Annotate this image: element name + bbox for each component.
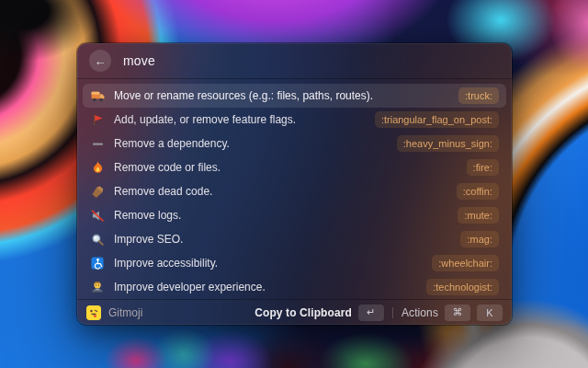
list-item-label: Remove a dependency.: [114, 137, 230, 150]
command-key-icon[interactable]: ⌘: [445, 305, 470, 321]
gitmoji-code-badge: :mute:: [458, 207, 499, 224]
list-item-seo[interactable]: Improve SEO. :mag:: [83, 227, 506, 251]
list-item-label: Remove logs.: [114, 209, 181, 222]
search-bar[interactable]: ← move: [77, 43, 512, 79]
list-item-minus[interactable]: Remove a dependency. :heavy_minus_sign:: [83, 132, 506, 155]
k-key[interactable]: K: [477, 305, 503, 321]
technologist-icon: [90, 281, 105, 294]
back-button[interactable]: ←: [89, 50, 111, 72]
list-item-flag[interactable]: Add, update, or remove feature flags. :t…: [83, 108, 506, 132]
return-key-icon[interactable]: ↵: [358, 305, 384, 321]
list-item-label: Improve accessibility.: [114, 257, 218, 270]
list-item-dev-experience[interactable]: Improve developer experience. :technolog…: [83, 275, 506, 299]
list-item-fire[interactable]: Remove code or files. :fire:: [83, 155, 506, 179]
list-item-label: Improve SEO.: [114, 233, 183, 246]
triangular-flag-icon: [90, 113, 105, 127]
extension-name: Gitmoji: [108, 306, 142, 319]
mute-icon: [90, 209, 105, 223]
results-list: Move or rename resources (e.g.: files, p…: [77, 79, 512, 299]
footer-actions: Copy to Clipboard ↵ Actions ⌘ K: [254, 305, 503, 321]
gitmoji-code-badge: :mag:: [460, 231, 499, 248]
actions-button[interactable]: Actions: [401, 306, 438, 319]
gitmoji-code-badge: :wheelchair:: [432, 255, 499, 272]
list-item-label: Improve developer experience.: [114, 281, 266, 293]
list-item-label: Remove code or files.: [114, 161, 220, 174]
footer-bar: Gitmoji Copy to Clipboard ↵ Actions ⌘ K: [77, 299, 512, 325]
fire-icon: [90, 161, 105, 175]
footer-separator: [392, 307, 393, 318]
gitmoji-code-badge: :fire:: [467, 159, 499, 177]
gitmoji-code-badge: :technologist:: [426, 279, 499, 296]
list-item-label: Move or rename resources (e.g.: files, p…: [114, 89, 373, 102]
gitmoji-code-badge: :triangular_flag_on_post:: [375, 111, 499, 129]
magnifying-glass-icon: [90, 233, 105, 247]
coffin-icon: [90, 185, 105, 199]
search-input[interactable]: move: [123, 53, 155, 68]
gitmoji-code-badge: :truck:: [458, 87, 499, 105]
command-palette-window: ← move Move or rename resources (e.g.: f…: [77, 43, 512, 325]
heavy-minus-sign-icon: [90, 137, 105, 151]
list-item-coffin[interactable]: Remove dead code. :coffin:: [83, 179, 506, 203]
list-item-label: Remove dead code.: [114, 185, 212, 198]
list-item-label: Add, update, or remove feature flags.: [114, 113, 296, 126]
list-item-truck[interactable]: Move or rename resources (e.g.: files, p…: [83, 84, 506, 108]
list-item-mute[interactable]: Remove logs. :mute:: [83, 203, 506, 227]
gitmoji-code-badge: :heavy_minus_sign:: [397, 135, 499, 153]
gitmoji-code-badge: :coffin:: [457, 183, 499, 201]
copy-to-clipboard-button[interactable]: Copy to Clipboard: [254, 306, 352, 319]
list-item-accessibility[interactable]: Improve accessibility. :wheelchair:: [83, 251, 506, 275]
back-icon: ←: [95, 55, 107, 67]
truck-icon: [90, 89, 105, 103]
gitmoji-logo-icon: [86, 305, 101, 320]
wheelchair-icon: [90, 257, 105, 270]
